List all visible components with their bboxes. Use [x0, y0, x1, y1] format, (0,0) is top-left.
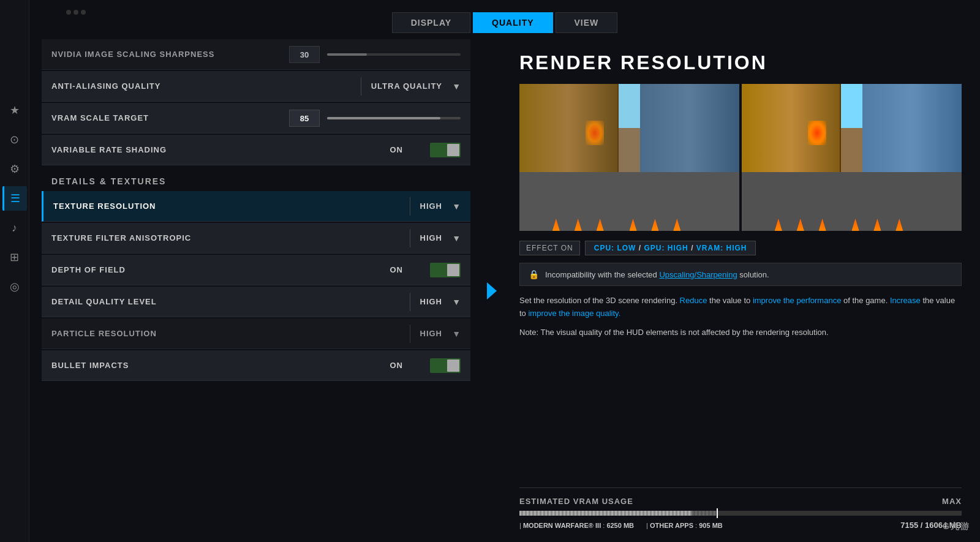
vram-mw-name: MODERN WARFARE® III	[523, 522, 601, 529]
audio-icon: ♪	[12, 222, 17, 235]
texture-resolution-row[interactable]: TEXTURE RESOLUTION HIGH ▼	[42, 191, 470, 222]
detail-quality-row[interactable]: DETAIL QUALITY LEVEL HIGH ▼	[42, 287, 470, 317]
vram-other-name: OTHER APPS	[650, 522, 693, 529]
vram-mw-value: 6250 MB	[606, 522, 634, 529]
lock-icon: 🔒	[529, 269, 539, 279]
vram-scale-value[interactable]: 85	[289, 110, 320, 127]
divider1	[361, 77, 361, 96]
vram-section: ESTIMATED VRAM USAGE MAX | MODERN WARFAR…	[519, 487, 962, 530]
tab-view[interactable]: VIEW	[556, 12, 618, 33]
detail-quality-label: DETAIL QUALITY LEVEL	[51, 297, 400, 306]
warning-link[interactable]: Upscaling/Sharpening	[659, 270, 737, 279]
tab-quality[interactable]: QUALITY	[473, 12, 552, 33]
warning-pre: Incompatibility with the selected	[545, 270, 657, 279]
nvidia-sharpness-row[interactable]: NVIDIA IMAGE SCALING SHARPNESS 30	[42, 39, 470, 70]
vram-bar-other	[692, 511, 716, 516]
dot1	[66, 10, 71, 15]
cone4	[630, 219, 637, 231]
variable-rate-track[interactable]	[430, 143, 461, 157]
depth-of-field-knob	[447, 264, 459, 276]
vram-labels: | MODERN WARFARE® III : 6250 MB | OTHER …	[519, 521, 962, 530]
info-title: RENDER RESOLUTION	[519, 51, 962, 74]
sidebar-item-star[interactable]: ★	[2, 98, 27, 122]
variable-rate-knob	[447, 144, 459, 156]
gamepad-icon: ⚙	[10, 162, 20, 176]
depth-of-field-track[interactable]	[430, 263, 461, 277]
cone-r4	[852, 219, 859, 231]
sidebar-item-audio[interactable]: ♪	[2, 216, 27, 240]
building-right-right	[862, 84, 962, 172]
texture-resolution-label: TEXTURE RESOLUTION	[53, 201, 400, 211]
grid-icon: ⊞	[10, 250, 19, 264]
warning-suf: solution.	[739, 270, 769, 279]
effect-sep2: /	[691, 244, 696, 252]
sidebar-item-grid[interactable]: ⊞	[2, 245, 27, 269]
vram-bar-marker	[717, 508, 718, 518]
nvidia-sharpness-value[interactable]: 30	[289, 46, 320, 63]
sidebar-item-network[interactable]: ◎	[2, 274, 27, 299]
nvidia-sharpness-fill	[327, 53, 367, 56]
divider4	[410, 293, 410, 311]
fire-left	[586, 121, 604, 145]
desc-mid: the value to	[707, 296, 752, 305]
info-panel: RENDER RESOLUTION	[501, 39, 980, 542]
cone-r2	[797, 219, 804, 231]
divider2	[410, 197, 410, 216]
texture-filter-label: TEXTURE FILTER ANISOTROPIC	[51, 233, 400, 243]
vram-scale-row[interactable]: VRAM SCALE TARGET 85	[42, 103, 470, 134]
sidebar-item-settings[interactable]: ☰	[2, 186, 27, 211]
particle-resolution-dropdown[interactable]: ▼	[452, 329, 461, 339]
fire-right	[808, 121, 826, 145]
particle-resolution-row[interactable]: PARTICLE RESOLUTION HIGH ▼	[42, 318, 470, 349]
dot3	[81, 10, 86, 15]
texture-filter-dropdown[interactable]: ▼	[452, 233, 461, 243]
vram-scale-slider[interactable]	[327, 117, 461, 119]
nvidia-sharpness-slider[interactable]	[327, 53, 461, 56]
vram-title: ESTIMATED VRAM USAGE	[519, 497, 633, 506]
settings-panel[interactable]: NVIDIA IMAGE SCALING SHARPNESS 30 ANTI-A…	[29, 39, 483, 542]
bullet-impacts-toggle[interactable]	[430, 358, 461, 373]
variable-rate-toggle[interactable]	[430, 143, 461, 157]
details-textures-header: DETAILS & TEXTURES	[42, 167, 470, 191]
main-area: DISPLAY QUALITY VIEW NVIDIA IMAGE SCALIN…	[29, 0, 980, 542]
road-left	[519, 172, 739, 231]
depth-of-field-toggle[interactable]	[430, 263, 461, 277]
vram-max: MAX	[942, 497, 962, 506]
detail-quality-dropdown[interactable]: ▼	[452, 297, 461, 307]
warning-text: Incompatibility with the selected Upscal…	[545, 270, 769, 279]
anti-aliasing-label: ANTI-ALIASING QUALITY	[51, 81, 351, 91]
anti-aliasing-row[interactable]: ANTI-ALIASING QUALITY ULTRA QUALITY ▼	[42, 71, 470, 102]
depth-of-field-row[interactable]: DEPTH OF FIELD ON	[42, 255, 470, 285]
content-split: NVIDIA IMAGE SCALING SHARPNESS 30 ANTI-A…	[29, 39, 980, 542]
effect-on-row: EFFECT ON CPU: LOW / GPU: HIGH / VRAM: H…	[519, 241, 962, 255]
effect-values: CPU: LOW / GPU: HIGH / VRAM: HIGH	[585, 241, 756, 255]
variable-rate-value: ON	[390, 145, 422, 154]
vram-label-other: | OTHER APPS : 905 MB	[646, 522, 723, 529]
divider5	[410, 325, 410, 343]
street-scene-left	[519, 84, 739, 231]
settings-icon: ☰	[10, 192, 20, 205]
variable-rate-row[interactable]: VARIABLE RATE SHADING ON	[42, 135, 470, 165]
comparison-images	[519, 84, 962, 231]
top-tabs: DISPLAY QUALITY VIEW	[29, 0, 980, 39]
cone1	[552, 219, 560, 231]
desc-improve-perf: improve the performance	[753, 296, 842, 305]
divider3	[410, 229, 410, 247]
network-icon: ◎	[10, 280, 20, 293]
sidebar-item-gamepad[interactable]: ⚙	[2, 157, 27, 181]
arrow-shape	[487, 282, 497, 299]
bullet-impacts-knob	[447, 359, 459, 372]
bullet-impacts-track[interactable]	[430, 358, 461, 373]
texture-resolution-dropdown[interactable]: ▼	[452, 201, 461, 211]
watermark: G九游	[943, 518, 970, 532]
dots-decoration	[66, 10, 86, 15]
effect-gpu: GPU: HIGH	[644, 244, 688, 252]
bullet-impacts-row[interactable]: BULLET IMPACTS ON	[42, 350, 470, 381]
vram-other-value: 905 MB	[699, 522, 723, 529]
tab-display[interactable]: DISPLAY	[392, 12, 470, 33]
texture-filter-row[interactable]: TEXTURE FILTER ANISOTROPIC HIGH ▼	[42, 223, 470, 254]
anti-aliasing-dropdown[interactable]: ▼	[452, 81, 461, 91]
sidebar-item-mouse[interactable]: ⊙	[2, 127, 27, 152]
bullet-impacts-value: ON	[390, 361, 422, 370]
cone6	[673, 219, 680, 231]
